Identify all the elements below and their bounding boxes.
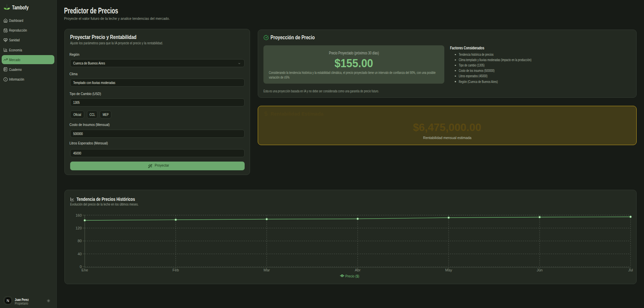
svg-text:Precio ($): Precio ($) [345, 274, 359, 278]
svg-text:Feb: Feb [172, 268, 179, 272]
svg-text:Abr: Abr [355, 268, 360, 272]
svg-text:Jul: Jul [628, 268, 633, 272]
svg-text:Ene: Ene [82, 268, 88, 272]
svg-text:Jun: Jun [537, 268, 543, 272]
svg-text:160: 160 [76, 213, 82, 217]
svg-text:Mar: Mar [263, 268, 270, 272]
svg-text:80: 80 [78, 239, 82, 243]
svg-text:May: May [445, 268, 452, 272]
svg-text:120: 120 [76, 226, 82, 230]
svg-text:40: 40 [78, 252, 82, 256]
